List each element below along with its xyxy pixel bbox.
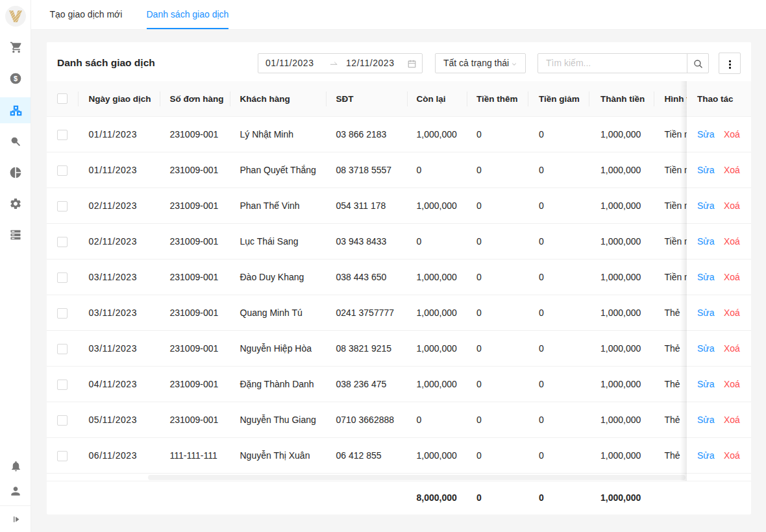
svg-text:$: $ — [14, 75, 18, 82]
